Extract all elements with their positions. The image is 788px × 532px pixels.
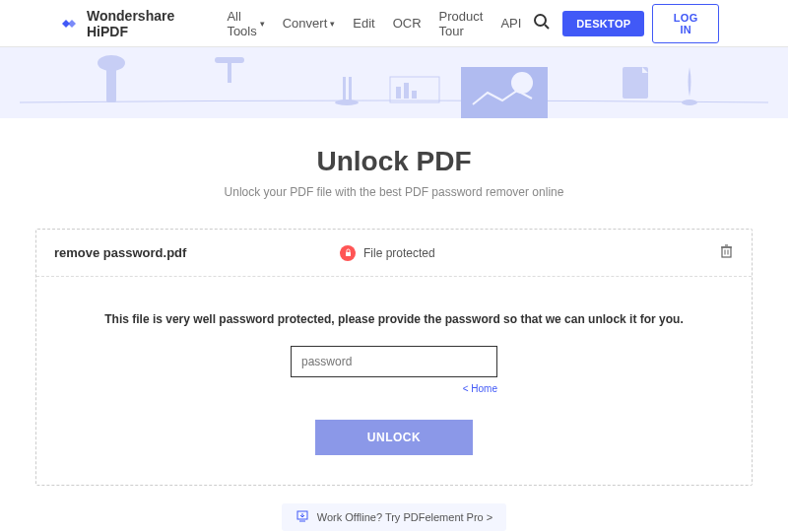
password-prompt: This file is very well password protecte… xyxy=(76,312,712,326)
svg-rect-12 xyxy=(412,91,417,99)
svg-rect-5 xyxy=(228,63,231,83)
svg-line-1 xyxy=(545,25,549,29)
svg-rect-11 xyxy=(404,83,409,99)
brand-name: Wondershare HiPDF xyxy=(87,8,211,39)
chevron-down-icon: ▾ xyxy=(260,19,265,29)
offline-promo[interactable]: Work Offline? Try PDFelement Pro > xyxy=(282,503,506,531)
lock-icon xyxy=(340,245,356,261)
main-content: Unlock PDF Unlock your PDF file with the… xyxy=(0,118,788,531)
svg-rect-10 xyxy=(396,87,401,99)
hero-banner xyxy=(0,47,788,118)
login-button[interactable]: LOG IN xyxy=(652,4,719,43)
svg-point-0 xyxy=(535,15,546,26)
nav-api[interactable]: API xyxy=(500,16,521,31)
svg-rect-4 xyxy=(215,57,244,63)
nav-edit[interactable]: Edit xyxy=(353,16,374,31)
nav-convert[interactable]: Convert▾ xyxy=(283,16,336,31)
nav-ocr[interactable]: OCR xyxy=(393,16,422,31)
svg-point-14 xyxy=(511,72,533,94)
page-title: Unlock PDF xyxy=(0,146,788,177)
file-body: This file is very well password protecte… xyxy=(36,277,752,485)
search-icon[interactable] xyxy=(533,13,551,34)
page-subtitle: Unlock your PDF file with the best PDF p… xyxy=(0,185,788,199)
password-input[interactable] xyxy=(291,346,497,377)
svg-point-3 xyxy=(98,55,125,71)
status-label: File protected xyxy=(363,246,435,260)
logo-icon xyxy=(59,16,81,32)
desktop-button[interactable]: DESKTOP xyxy=(562,11,644,36)
download-icon xyxy=(296,509,309,525)
svg-rect-18 xyxy=(722,247,731,257)
svg-point-16 xyxy=(682,100,697,105)
brand-logo[interactable]: Wondershare HiPDF xyxy=(59,8,211,39)
trash-icon[interactable] xyxy=(719,243,734,262)
offline-text: Work Offline? Try PDFelement Pro > xyxy=(317,511,492,523)
file-name: remove password.pdf xyxy=(54,245,340,260)
svg-rect-2 xyxy=(106,67,116,102)
svg-rect-6 xyxy=(343,77,346,102)
file-panel: remove password.pdf File protected This … xyxy=(35,229,753,486)
unlock-button[interactable]: UNLOCK xyxy=(315,420,473,455)
home-link[interactable]: < Home xyxy=(291,383,497,394)
nav-menu: All Tools▾ Convert▾ Edit OCR Product Tou… xyxy=(227,9,521,38)
nav-product-tour[interactable]: Product Tour xyxy=(439,9,484,38)
file-header: remove password.pdf File protected xyxy=(36,230,752,277)
file-status: File protected xyxy=(340,245,719,261)
top-nav: Wondershare HiPDF All Tools▾ Convert▾ Ed… xyxy=(0,0,788,47)
svg-rect-17 xyxy=(346,252,351,256)
chevron-down-icon: ▾ xyxy=(330,19,335,29)
nav-all-tools[interactable]: All Tools▾ xyxy=(227,9,264,38)
svg-rect-13 xyxy=(461,67,548,118)
svg-point-8 xyxy=(335,100,359,105)
svg-rect-7 xyxy=(349,77,352,102)
